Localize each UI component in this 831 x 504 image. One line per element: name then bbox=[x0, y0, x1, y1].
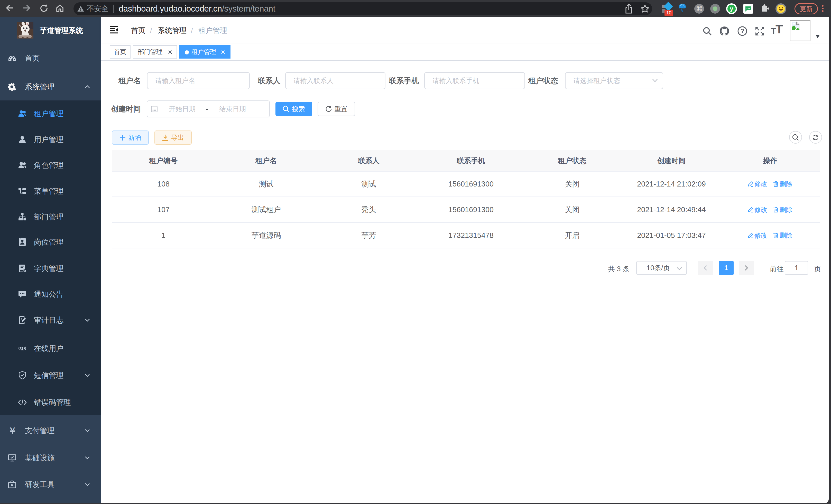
svg-text:?: ? bbox=[741, 28, 744, 34]
